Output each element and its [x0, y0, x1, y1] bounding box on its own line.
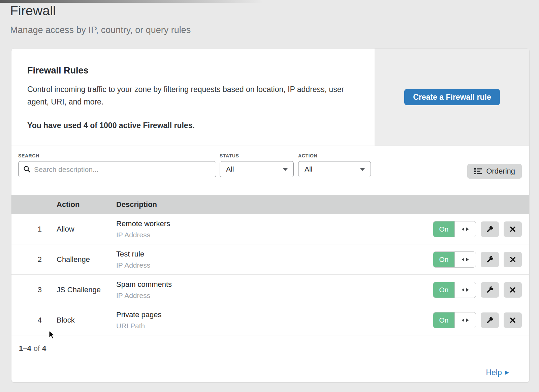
toggle-on-label: On: [433, 282, 454, 298]
delete-rule-button[interactable]: [504, 252, 522, 267]
rule-action: Challenge: [57, 255, 116, 264]
help-label: Help: [486, 368, 502, 377]
rule-description: Private pages: [116, 310, 433, 319]
edit-rule-button[interactable]: [481, 252, 499, 267]
rule-description: Test rule: [116, 250, 433, 259]
wrench-icon: [485, 316, 494, 325]
rule-match-type: IP Address: [116, 292, 433, 300]
search-input[interactable]: [33, 161, 213, 178]
status-selected-value: All: [226, 165, 234, 173]
search-field-wrapper: [18, 161, 216, 177]
filters-bar: SEARCH STATUS All ACTION: [11, 146, 529, 195]
firewall-rules-card: Firewall Rules Control incoming traffic …: [11, 48, 530, 383]
status-filter: STATUS All: [220, 153, 294, 177]
table-row: 4 Block Private pages URI Path On: [11, 305, 529, 335]
rule-controls: On: [433, 221, 522, 237]
left-right-arrows-icon: [454, 252, 476, 267]
ordered-list-icon: [474, 168, 482, 175]
rule-match-type: IP Address: [116, 261, 433, 269]
search-filter: SEARCH: [18, 153, 216, 177]
capture-edge-top: [0, 0, 263, 3]
x-icon: [509, 255, 517, 264]
page-header: Firewall Manage access by IP, country, o…: [10, 3, 191, 35]
create-firewall-rule-button[interactable]: Create a Firewall rule: [404, 89, 500, 105]
rule-description: Spam comments: [116, 280, 433, 289]
rule-priority: 1: [11, 225, 42, 234]
action-filter: ACTION All: [298, 153, 371, 177]
rule-description: Remote workers: [116, 219, 433, 228]
rule-controls: On: [433, 312, 522, 328]
rule-priority: 4: [11, 316, 42, 325]
table-row: 2 Challenge Test rule IP Address On: [11, 244, 529, 275]
rule-description-cell: Test rule IP Address: [116, 250, 433, 269]
card-heading: Firewall Rules: [27, 65, 361, 76]
action-selected-value: All: [305, 165, 312, 173]
edit-rule-button[interactable]: [481, 312, 499, 328]
action-column-header: Action: [57, 200, 116, 209]
rule-enabled-toggle[interactable]: On: [433, 251, 476, 268]
rule-description-cell: Remote workers IP Address: [116, 219, 433, 239]
wrench-icon: [485, 255, 494, 264]
rule-action: Allow: [57, 225, 116, 234]
rule-controls: On: [433, 282, 522, 298]
x-icon: [509, 286, 517, 294]
rule-match-type: URI Path: [116, 322, 433, 330]
toggle-on-label: On: [433, 312, 454, 328]
intro-text: Firewall Rules Control incoming traffic …: [11, 49, 375, 146]
status-label: STATUS: [220, 153, 294, 158]
left-right-arrows-icon: [454, 282, 476, 298]
rule-description-cell: Private pages URI Path: [116, 310, 433, 330]
action-select[interactable]: All: [298, 161, 371, 177]
table-header: Action Description: [11, 195, 529, 214]
x-icon: [509, 316, 517, 324]
table-row: 3 JS Challenge Spam comments IP Address …: [11, 275, 529, 305]
action-label: ACTION: [298, 153, 371, 158]
ordering-button-label: Ordering: [486, 167, 515, 176]
rule-priority: 2: [11, 255, 42, 264]
description-column-header: Description: [116, 200, 529, 209]
intro-section: Firewall Rules Control incoming traffic …: [11, 49, 529, 146]
page-subtitle: Manage access by IP, country, or query r…: [10, 25, 191, 35]
pagination-of: of: [34, 344, 40, 353]
help-link[interactable]: Help ▶: [486, 368, 509, 377]
delete-rule-button[interactable]: [504, 312, 522, 328]
caret-down-icon: [283, 168, 288, 171]
status-select[interactable]: All: [220, 161, 294, 177]
pagination-range: 1–4: [19, 344, 31, 353]
edit-rule-button[interactable]: [481, 221, 499, 237]
rule-priority: 3: [11, 285, 42, 294]
rule-enabled-toggle[interactable]: On: [433, 282, 476, 298]
left-right-arrows-icon: [454, 312, 476, 328]
rule-description-cell: Spam comments IP Address: [116, 280, 433, 300]
card-description: Control incoming traffic to your zone by…: [27, 83, 347, 108]
table-row: 1 Allow Remote workers IP Address On: [11, 214, 529, 244]
delete-rule-button[interactable]: [504, 282, 522, 298]
toggle-on-label: On: [433, 221, 454, 237]
search-label: SEARCH: [18, 153, 216, 158]
rule-enabled-toggle[interactable]: On: [433, 221, 476, 237]
ordering-button[interactable]: Ordering: [467, 164, 522, 179]
rule-match-type: IP Address: [116, 231, 433, 239]
intro-action-panel: Create a Firewall rule: [375, 49, 529, 146]
wrench-icon: [485, 285, 494, 294]
rule-enabled-toggle[interactable]: On: [433, 312, 476, 328]
card-footer: Help ▶: [11, 362, 529, 383]
usage-note: You have used 4 of 1000 active Firewall …: [27, 119, 347, 132]
caret-down-icon: [360, 168, 365, 171]
toggle-on-label: On: [433, 252, 454, 267]
wrench-icon: [485, 225, 494, 234]
rule-controls: On: [433, 251, 522, 268]
delete-rule-button[interactable]: [504, 221, 522, 237]
page-title: Firewall: [10, 3, 191, 18]
edit-rule-button[interactable]: [481, 282, 499, 298]
left-right-arrows-icon: [454, 221, 476, 237]
rule-action: Block: [57, 316, 116, 325]
x-icon: [509, 225, 517, 233]
arrow-right-icon: ▶: [505, 370, 509, 375]
pagination-total: 4: [42, 344, 46, 353]
search-icon: [23, 165, 31, 173]
rule-action: JS Challenge: [57, 285, 116, 294]
pagination: 1–4 of 4: [11, 335, 529, 362]
firewall-page: Firewall Manage access by IP, country, o…: [0, 0, 539, 392]
